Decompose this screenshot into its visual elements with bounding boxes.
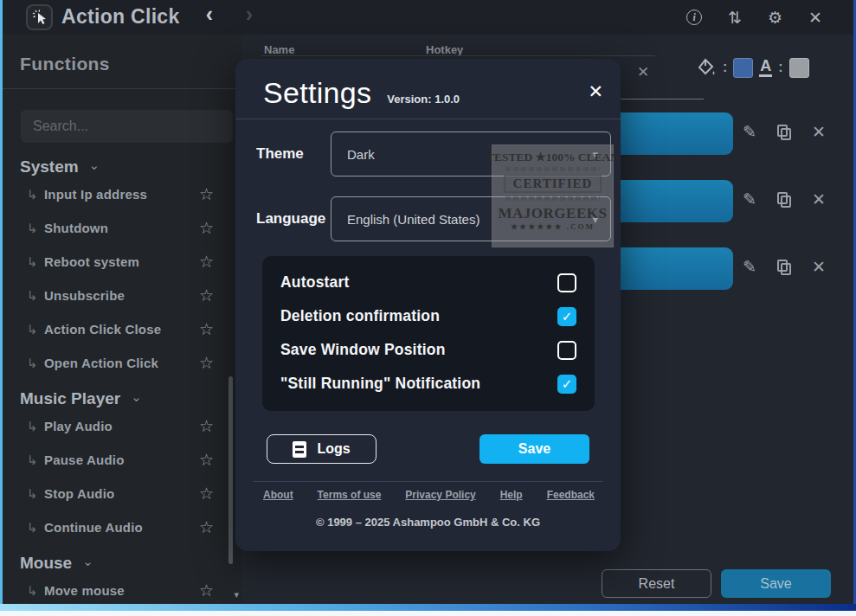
sidebar-item-label: Open Action Click (44, 356, 199, 370)
sidebar-item-label: Shutdown (44, 221, 199, 235)
option-still-running-notification[interactable]: "Still Running" Notification ✓ (280, 367, 576, 401)
modal-header: Settings Version: 1.0.0 (263, 76, 460, 110)
page-save-button[interactable]: Save (721, 569, 831, 598)
reset-button[interactable]: Reset (602, 569, 711, 598)
sidebar-item-shutdown[interactable]: ↳ Shutdown ☆ (3, 211, 242, 245)
duplicate-copy-icon[interactable] (777, 192, 791, 208)
font-color-swatch[interactable] (789, 58, 809, 78)
settings-gear-icon[interactable]: ⚙ (768, 10, 782, 26)
forward-chevron-icon[interactable]: › (238, 2, 261, 27)
delete-x-icon[interactable]: ✕ (812, 259, 826, 275)
hotkey-column-header: Hotkey (426, 43, 463, 56)
favorite-star-icon[interactable]: ☆ (199, 581, 214, 600)
deletion-confirmation-checkbox[interactable]: ✓ (557, 307, 576, 326)
favorite-star-icon[interactable]: ☆ (199, 484, 214, 504)
feedback-link[interactable]: Feedback (547, 489, 595, 501)
sidebar-divider (3, 88, 242, 89)
search-box[interactable] (21, 110, 233, 143)
delete-x-icon[interactable]: ✕ (812, 124, 826, 140)
sub-arrow-icon: ↳ (27, 221, 44, 236)
fill-color-bucket-icon[interactable] (696, 57, 717, 78)
edit-pencil-icon[interactable]: ✎ (743, 191, 756, 208)
fill-color-swatch[interactable] (733, 58, 753, 78)
name-column-header: Name (264, 43, 294, 56)
favorite-star-icon[interactable]: ☆ (199, 319, 214, 339)
about-link[interactable]: About (263, 489, 293, 501)
clear-hotkey-icon[interactable]: ✕ (637, 63, 649, 81)
language-value: English (United States) (347, 212, 479, 227)
sidebar-item-move-mouse[interactable]: ↳ Move mouse ☆ (3, 574, 242, 604)
option-label: Deletion confirmation (280, 307, 557, 325)
favorite-star-icon[interactable]: ☆ (199, 450, 214, 470)
header-underline (261, 55, 655, 56)
font-color-icon[interactable]: A (759, 58, 772, 77)
favorite-star-icon[interactable]: ☆ (199, 353, 214, 373)
cursor-click-icon (31, 9, 48, 26)
sidebar-item-play-audio[interactable]: ↳ Play Audio ☆ (3, 409, 242, 443)
sidebar-item-continue-audio[interactable]: ↳ Continue Audio ☆ (3, 510, 242, 544)
sidebar-item-input-ip[interactable]: ↳ Input Ip address ☆ (3, 177, 242, 211)
option-label: Autostart (280, 273, 557, 292)
logs-icon (293, 441, 306, 458)
sidebar-item-label: Move mouse (44, 583, 199, 598)
functions-sidebar: Functions System ⌄ ↳ Input Ip address ☆ … (3, 35, 242, 604)
action-row-controls: ✎ ✕ (743, 124, 826, 140)
back-chevron-icon[interactable]: ‹ (198, 2, 221, 27)
logs-button[interactable]: Logs (267, 434, 377, 464)
help-link[interactable]: Help (500, 489, 523, 501)
search-input[interactable] (33, 119, 221, 134)
modal-save-button[interactable]: Save (479, 434, 589, 464)
info-icon[interactable]: i (686, 10, 702, 25)
sidebar-scrollbar[interactable] (228, 376, 233, 564)
page-footer-buttons: Reset Save (602, 569, 831, 598)
duplicate-copy-icon[interactable] (777, 125, 791, 140)
section-label: Mouse (20, 554, 72, 573)
logs-label: Logs (317, 441, 350, 457)
options-panel: Autostart ✓ Deletion confirmation ✓ Save… (262, 256, 595, 411)
edit-pencil-icon[interactable]: ✎ (743, 124, 756, 140)
sidebar-item-open-action-click[interactable]: ↳ Open Action Click ☆ (3, 346, 242, 380)
favorite-star-icon[interactable]: ☆ (199, 218, 214, 238)
sub-arrow-icon: ↳ (27, 583, 44, 599)
option-deletion-confirmation[interactable]: Deletion confirmation ✓ (280, 299, 576, 333)
favorite-star-icon[interactable]: ☆ (199, 286, 214, 305)
favorite-star-icon[interactable]: ☆ (199, 252, 214, 272)
section-mouse[interactable]: Mouse ⌄ (20, 553, 242, 574)
modal-close-icon[interactable]: ✕ (588, 81, 603, 102)
terms-link[interactable]: Terms of use (318, 489, 382, 501)
sidebar-item-stop-audio[interactable]: ↳ Stop Audio ☆ (3, 477, 242, 510)
title-bar: Action Click ‹ › i ⇅ ⚙ ✕ (3, 0, 853, 35)
favorite-star-icon[interactable]: ☆ (199, 184, 214, 204)
sidebar-item-reboot[interactable]: ↳ Reboot system ☆ (3, 245, 242, 279)
option-label: "Still Running" Notification (280, 375, 557, 393)
section-system[interactable]: System ⌄ (20, 157, 242, 177)
sidebar-item-pause-audio[interactable]: ↳ Pause Audio ☆ (3, 443, 242, 477)
modal-footer-divider (253, 481, 603, 482)
sidebar-item-label: Play Audio (44, 419, 199, 433)
edit-pencil-icon[interactable]: ✎ (743, 259, 756, 275)
modal-title: Settings (263, 76, 371, 110)
favorite-star-icon[interactable]: ☆ (199, 416, 214, 436)
favorite-star-icon[interactable]: ☆ (199, 517, 214, 537)
window-close-icon[interactable]: ✕ (808, 10, 822, 26)
swap-vertical-icon[interactable]: ⇅ (728, 10, 742, 26)
scroll-down-icon[interactable]: ▾ (234, 589, 239, 600)
majorgeeks-watermark: TESTED ★100% CLEAN CERTIFIED MAJORGEEKS … (492, 144, 614, 247)
sub-arrow-icon: ↳ (27, 419, 44, 434)
option-autostart[interactable]: Autostart ✓ (280, 266, 576, 299)
window-border-left (0, 0, 3, 611)
sub-arrow-icon: ↳ (27, 520, 44, 536)
delete-x-icon[interactable]: ✕ (812, 191, 826, 208)
duplicate-copy-icon[interactable] (777, 260, 791, 275)
privacy-link[interactable]: Privacy Policy (405, 489, 475, 501)
watermark-line1: TESTED ★100% CLEAN (486, 150, 619, 164)
settings-modal: Settings Version: 1.0.0 ✕ Theme Dark ▾ L… (235, 59, 621, 551)
autostart-checkbox[interactable]: ✓ (557, 273, 576, 292)
save-window-position-checkbox[interactable]: ✓ (557, 341, 576, 360)
language-label: Language (256, 210, 331, 228)
still-running-checkbox[interactable]: ✓ (557, 375, 576, 394)
section-music-player[interactable]: Music Player ⌄ (20, 388, 242, 409)
option-save-window-position[interactable]: Save Window Position ✓ (280, 333, 576, 367)
sidebar-item-action-click-close[interactable]: ↳ Action Click Close ☆ (3, 312, 242, 346)
sidebar-item-unsubscribe[interactable]: ↳ Unsubscribe ☆ (3, 279, 242, 312)
